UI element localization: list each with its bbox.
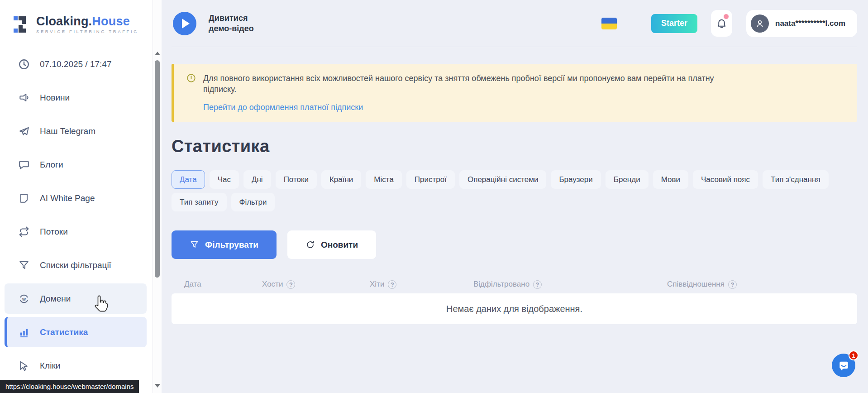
tab-languages[interactable]: Мови: [653, 170, 688, 189]
help-icon[interactable]: ?: [728, 280, 737, 289]
tab-time[interactable]: Час: [210, 170, 239, 189]
sidebar-item-blogs[interactable]: Блоги: [5, 149, 147, 180]
statistics-filter-tabs: Дата Час Дні Потоки Країни Міста Пристро…: [172, 170, 857, 211]
bar-chart-icon: [18, 326, 30, 338]
sidebar-item-news[interactable]: Новини: [5, 82, 147, 113]
chat-smile-icon: [838, 359, 850, 372]
refresh-icon: [305, 240, 315, 249]
column-header-date: Дата: [184, 280, 262, 289]
tab-filters[interactable]: Фільтри: [231, 193, 275, 211]
sidebar-item-label: Новини: [40, 93, 70, 103]
alert-text: Для повного використання всіх можливосте…: [203, 73, 714, 113]
warning-icon: [186, 73, 196, 83]
plan-starter-button[interactable]: Starter: [651, 14, 697, 33]
sidebar-item-label: Потоки: [40, 227, 68, 237]
link-preview-statusbar: https://cloaking.house/webmaster/domains: [0, 380, 139, 393]
bell-icon: [716, 18, 727, 29]
help-icon[interactable]: ?: [533, 280, 542, 289]
streams-icon: [18, 226, 30, 238]
person-icon: [754, 18, 765, 29]
sidebar-item-telegram[interactable]: Наш Telegram: [5, 116, 147, 146]
demo-video-label[interactable]: Дивитися демо-відео: [209, 13, 254, 34]
tab-brands[interactable]: Бренди: [606, 170, 649, 189]
demo-video-play-button[interactable]: [173, 12, 196, 35]
app-window: Cloaking.House SERVICE FILTERING TRAFFIC…: [0, 0, 868, 393]
tab-streams[interactable]: Потоки: [276, 170, 317, 189]
help-icon[interactable]: ?: [388, 280, 396, 289]
scroll-down-arrow-icon[interactable]: [155, 384, 160, 388]
tab-cities[interactable]: Міста: [366, 170, 402, 189]
tab-request-type[interactable]: Тип запиту: [172, 193, 227, 211]
notifications-button[interactable]: [711, 10, 732, 37]
sidebar-item-label: Домени: [40, 294, 71, 304]
sidebar-item-label: Списки фільтрації: [40, 260, 111, 270]
telegram-icon: [18, 125, 30, 137]
cursor-arrow-icon: [18, 360, 30, 372]
sidebar-item-statistics[interactable]: Статистика: [5, 317, 147, 347]
column-header-ratio: Співвідношення ?: [667, 280, 737, 289]
sidebar-item-label: AI White Page: [40, 193, 95, 203]
tab-days[interactable]: Дні: [243, 170, 271, 189]
top-bar: Дивитися демо-відео Starter: [172, 0, 857, 47]
page-title: Статистика: [172, 137, 857, 156]
domains-icon: w: [18, 293, 30, 305]
chat-bubble-icon: [18, 159, 30, 171]
brand-logo-icon: [13, 14, 30, 35]
brand-tagline: SERVICE FILTERING TRAFFIC: [36, 29, 138, 34]
language-flag-ukraine[interactable]: [601, 18, 617, 29]
tab-countries[interactable]: Країни: [321, 170, 361, 189]
sidebar-item-ai-white-page[interactable]: AI White Page: [5, 183, 147, 213]
sidebar-item-label: Наш Telegram: [40, 126, 95, 136]
megaphone-icon: [18, 92, 30, 104]
sidebar-scrollbar[interactable]: [153, 0, 162, 393]
scroll-up-arrow-icon[interactable]: [155, 52, 160, 55]
main-area: Дивитися демо-відео Starter: [162, 0, 868, 393]
notification-dot: [724, 14, 729, 19]
column-header-hosts: Хости ?: [262, 280, 370, 289]
trial-alert-banner: Для повного використання всіх можливосте…: [172, 64, 857, 122]
sidebar-item-label: Кліки: [40, 361, 60, 371]
user-account-button[interactable]: naata**********l.com: [746, 10, 857, 37]
sidebar-item-label: 07.10.2025 / 17:47: [40, 59, 111, 69]
funnel-icon: [190, 240, 199, 249]
statistics-table-header: Дата Хости ? Хіти ? Відфільтровано ? Спі…: [172, 275, 857, 293]
sidebar-item-label: Блоги: [40, 160, 63, 170]
column-header-filtered: Відфільтровано ?: [473, 280, 667, 289]
tab-operating-systems[interactable]: Операційні системи: [459, 170, 546, 189]
svg-text:w: w: [22, 296, 26, 301]
brand-logo[interactable]: Cloaking.House SERVICE FILTERING TRAFFIC: [0, 0, 153, 49]
tab-date[interactable]: Дата: [172, 170, 205, 189]
user-email: naata**********l.com: [775, 19, 845, 28]
filter-button[interactable]: Фільтрувати: [172, 230, 277, 259]
refresh-button[interactable]: Оновити: [287, 230, 376, 259]
tab-timezone[interactable]: Часовий пояс: [693, 170, 758, 189]
help-icon[interactable]: ?: [286, 280, 295, 289]
sidebar-item-streams[interactable]: Потоки: [5, 216, 147, 247]
scrollbar-thumb[interactable]: [155, 60, 160, 278]
tab-devices[interactable]: Пристрої: [406, 170, 455, 189]
subscribe-link[interactable]: Перейти до оформлення платної підписки: [203, 102, 363, 113]
play-icon: [182, 19, 190, 29]
clock-icon: [18, 58, 30, 70]
tab-browsers[interactable]: Браузери: [551, 170, 601, 189]
funnel-icon: [18, 259, 30, 271]
chat-widget-button[interactable]: 1: [832, 354, 855, 377]
page-icon: [18, 192, 30, 204]
brand-name: Cloaking.House: [36, 15, 138, 28]
sidebar: Cloaking.House SERVICE FILTERING TRAFFIC…: [0, 0, 162, 393]
sidebar-item-clicks[interactable]: Кліки: [5, 350, 147, 381]
sidebar-item-label: Статистика: [40, 327, 88, 337]
column-header-hits: Хіти ?: [370, 280, 473, 289]
empty-table-state: Немає даних для відображення.: [172, 293, 857, 324]
tab-connection-type[interactable]: Тип з'єднання: [763, 170, 829, 189]
sidebar-item-domains[interactable]: w Домени: [5, 283, 147, 314]
avatar: [751, 14, 769, 33]
chat-unread-badge: 1: [849, 350, 858, 360]
sidebar-item-filter-lists[interactable]: Списки фільтрації: [5, 250, 147, 280]
sidebar-item-datetime: 07.10.2025 / 17:47: [5, 49, 147, 79]
